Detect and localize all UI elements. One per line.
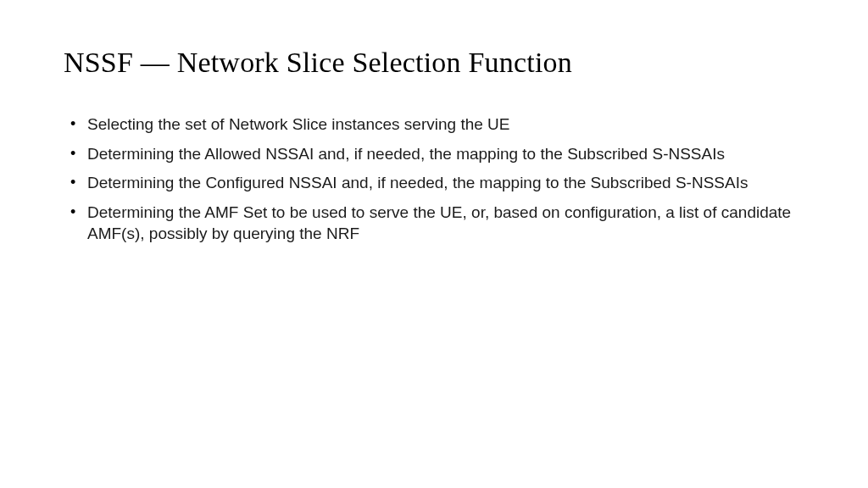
bullet-list: Selecting the set of Network Slice insta… xyxy=(64,114,804,244)
list-item: Selecting the set of Network Slice insta… xyxy=(82,114,804,136)
list-item: Determining the AMF Set to be used to se… xyxy=(82,202,804,244)
list-item: Determining the Configured NSSAI and, if… xyxy=(82,173,804,194)
slide-title: NSSF — Network Slice Selection Function xyxy=(64,47,804,79)
list-item: Determining the Allowed NSSAI and, if ne… xyxy=(82,144,804,165)
